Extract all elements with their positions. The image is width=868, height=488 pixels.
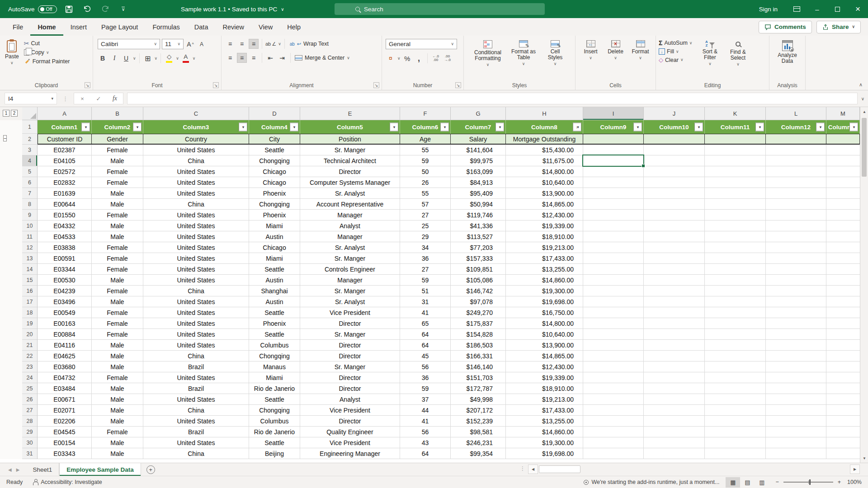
cell[interactable] [583, 264, 644, 275]
cell[interactable] [583, 253, 644, 264]
cell[interactable]: Male [92, 383, 143, 394]
cell[interactable]: Brazil [143, 427, 249, 437]
cell[interactable]: $14,860.00 [506, 275, 583, 286]
cell[interactable] [826, 166, 860, 177]
cell[interactable]: 50 [400, 166, 451, 177]
cell[interactable]: Male [92, 221, 143, 231]
cell[interactable] [644, 242, 705, 253]
formula-bar-grip-icon[interactable]: ⋮ [62, 95, 68, 102]
scroll-left-icon[interactable]: ◀ [528, 465, 538, 474]
cell[interactable]: $207,172 [451, 405, 506, 416]
cell[interactable]: $98,581 [451, 427, 506, 437]
cell[interactable]: 57 [400, 199, 451, 210]
cell[interactable]: United States [143, 329, 249, 340]
cell[interactable]: $77,203 [451, 242, 506, 253]
cell[interactable]: 51 [400, 286, 451, 296]
cell[interactable] [644, 166, 705, 177]
cell[interactable] [583, 188, 644, 199]
align-right-button[interactable]: ≡ [249, 53, 259, 63]
cell[interactable]: $13,255.00 [506, 264, 583, 275]
formula-input[interactable] [127, 93, 858, 104]
cell[interactable] [766, 145, 826, 155]
number-dialog-launcher[interactable]: ↘ [455, 82, 461, 88]
cell[interactable] [583, 361, 644, 372]
row-number[interactable]: 5 [22, 166, 38, 177]
cell[interactable]: $17,433.00 [506, 405, 583, 416]
cell[interactable] [766, 361, 826, 372]
table-header-cell[interactable]: Column12 ▾ [766, 120, 826, 134]
cell[interactable] [705, 416, 766, 427]
cell[interactable]: United States [143, 242, 249, 253]
cell[interactable] [766, 416, 826, 427]
field-header-cell[interactable]: City [249, 134, 300, 145]
table-header-cell[interactable]: Column1 ▾ [38, 120, 92, 134]
cell[interactable]: China [143, 405, 249, 416]
cell[interactable]: Director [300, 351, 400, 361]
cell[interactable]: $49,998 [451, 394, 506, 405]
table-header-cell[interactable]: Column2 ▾ [92, 120, 143, 134]
cell[interactable]: $19,698.00 [506, 296, 583, 307]
collapse-ribbon-button[interactable]: ∧ [859, 82, 863, 88]
field-header-cell[interactable] [826, 134, 860, 145]
cell[interactable]: $19,213.00 [506, 242, 583, 253]
bottom-align-button[interactable]: ≡ [249, 39, 259, 49]
cell[interactable]: Female [92, 329, 143, 340]
cell[interactable] [826, 307, 860, 318]
cell[interactable] [766, 177, 826, 188]
comments-button[interactable]: Comments [759, 21, 812, 33]
cell[interactable] [826, 296, 860, 307]
cell[interactable] [826, 394, 860, 405]
cut-button[interactable]: ✂ Cut [24, 40, 70, 47]
cell[interactable] [583, 307, 644, 318]
cell[interactable]: E03838 [38, 242, 92, 253]
autosave-toggle[interactable]: AutoSave Off [8, 5, 57, 13]
cell[interactable] [766, 437, 826, 448]
cell[interactable] [705, 188, 766, 199]
row-number[interactable]: 26 [22, 394, 38, 405]
normal-view-button[interactable]: ▦ [726, 477, 740, 488]
cell[interactable]: Phoenix [249, 318, 300, 329]
cell[interactable] [583, 427, 644, 437]
cell[interactable]: Male [92, 188, 143, 199]
horizontal-scrollbar-track[interactable] [538, 465, 850, 474]
cell[interactable]: 56 [400, 427, 451, 437]
field-header-cell[interactable]: Age [400, 134, 451, 145]
cell[interactable] [826, 231, 860, 242]
copy-button[interactable]: Copy ∨ [24, 49, 70, 56]
table-header-cell[interactable]: Column5 ▾ [300, 120, 400, 134]
cell[interactable]: Male [92, 199, 143, 210]
row-number[interactable]: 11 [22, 231, 38, 242]
cell[interactable]: Director [300, 372, 400, 383]
cell[interactable] [583, 155, 644, 166]
cell[interactable]: United States [143, 275, 249, 286]
number-format-select[interactable]: General ∨ [386, 39, 457, 49]
field-header-cell[interactable] [583, 134, 644, 145]
cell[interactable]: Vice President [300, 437, 400, 448]
field-header-cell[interactable]: Gender [92, 134, 143, 145]
cell[interactable]: 41 [400, 307, 451, 318]
cell[interactable] [644, 416, 705, 427]
decrease-indent-button[interactable]: ⇤ [265, 53, 275, 63]
cell[interactable]: United States [143, 221, 249, 231]
column-header[interactable]: E [300, 107, 400, 120]
cell[interactable] [644, 286, 705, 296]
cell[interactable] [766, 264, 826, 275]
cell[interactable] [644, 155, 705, 166]
filter-button[interactable]: ▾ [694, 123, 703, 131]
cell[interactable]: $14,860.00 [506, 427, 583, 437]
zoom-level[interactable]: 100% [845, 479, 862, 485]
zoom-slider-thumb[interactable] [809, 479, 811, 485]
cell[interactable]: Vice President [300, 405, 400, 416]
cell[interactable] [705, 383, 766, 394]
ribbon-tab[interactable]: View [251, 18, 280, 36]
clear-button[interactable]: ◇ Clear ∨ [659, 56, 692, 63]
filter-button[interactable]: ▾ [495, 123, 504, 131]
cell[interactable] [705, 242, 766, 253]
cell[interactable]: 29 [400, 231, 451, 242]
row-number[interactable]: 16 [22, 286, 38, 296]
cell[interactable] [766, 405, 826, 416]
cell[interactable]: E04732 [38, 372, 92, 383]
cell[interactable]: Male [92, 155, 143, 166]
column-header[interactable]: D [249, 107, 300, 120]
cell[interactable]: 59 [400, 155, 451, 166]
